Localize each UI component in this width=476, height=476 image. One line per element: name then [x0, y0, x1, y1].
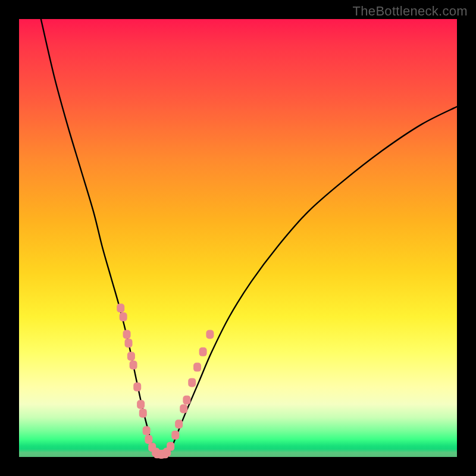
- data-marker: [183, 396, 190, 405]
- data-marker: [193, 363, 201, 372]
- data-marker: [167, 442, 174, 451]
- data-marker: [171, 431, 179, 440]
- data-marker: [175, 419, 183, 428]
- data-marker: [206, 330, 214, 339]
- data-marker: [123, 330, 131, 339]
- plot-area: [19, 19, 457, 457]
- data-marker: [127, 352, 135, 361]
- data-marker: [120, 312, 127, 321]
- data-marker: [143, 426, 151, 435]
- data-marker: [145, 435, 152, 444]
- data-marker: [139, 409, 147, 418]
- chart-frame: TheBottleneck.com: [0, 0, 476, 476]
- watermark-text: TheBottleneck.com: [353, 4, 468, 19]
- data-marker: [199, 347, 207, 356]
- data-marker: [180, 405, 187, 414]
- data-marker: [133, 383, 141, 392]
- data-marker: [188, 378, 196, 387]
- data-marker: [125, 339, 133, 347]
- data-marker: [130, 361, 137, 369]
- bottleneck-curve: [19, 19, 457, 457]
- curve-segment: [168, 107, 457, 457]
- data-marker: [137, 400, 145, 409]
- data-marker: [117, 303, 124, 312]
